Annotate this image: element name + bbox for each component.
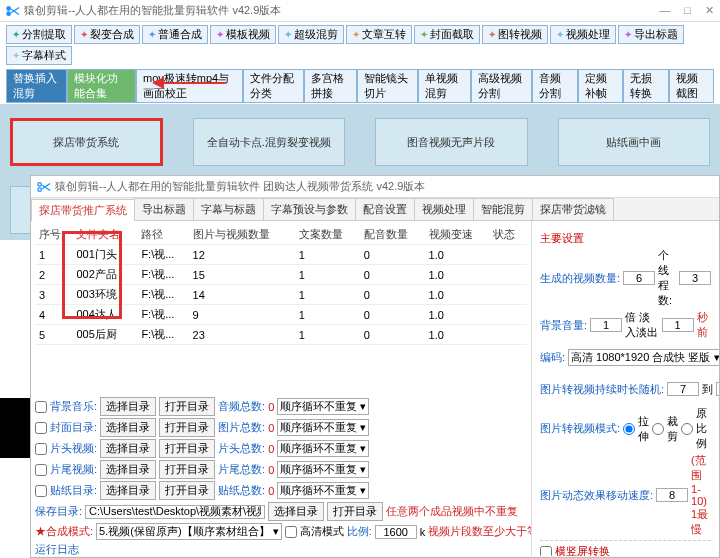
tool-icon: ✦ [80,29,88,40]
folder-table: 序号文件夹名路径图片与视频数量文案数量配音数量视频变速状态 1001门头F:\视… [35,225,527,345]
anim-speed[interactable] [656,488,688,502]
toolbar-字幕样式[interactable]: ✦字幕样式 [6,46,72,65]
tool-icon: ✦ [420,29,428,40]
subtab-探店带货推广系统[interactable]: 探店带货推广系统 [31,199,135,221]
subtab-智能混剪[interactable]: 智能混剪 [473,198,533,220]
maximize-button[interactable]: □ [684,4,691,17]
tab-无损转换[interactable]: 无损转换 [623,69,668,103]
chk-sticker[interactable] [35,485,47,497]
module-贴纸画中画[interactable]: 贴纸画中画 [558,118,711,166]
order-select[interactable]: 顺序循环不重复 ▾ [277,440,369,457]
dur1[interactable] [667,382,699,396]
tab-多宫格拼接[interactable]: 多宫格拼接 [304,69,357,103]
tab-替换插入混剪[interactable]: 替换插入混剪 [6,69,67,103]
col-状态: 状态 [489,225,527,245]
toolbar-分割提取[interactable]: ✦分割提取 [6,25,72,44]
module-图音视频无声片段[interactable]: 图音视频无声片段 [375,118,528,166]
select-dir-button[interactable]: 选择目录 [100,460,156,479]
order-select[interactable]: 顺序循环不重复 ▾ [277,419,369,436]
table-row[interactable]: 4004达人F:\视...9101.0 [35,305,527,325]
tool-icon: ✦ [216,29,224,40]
preview-pane [0,398,30,458]
hd-check[interactable] [285,526,297,538]
volume[interactable] [590,318,622,332]
toolbar-普通合成[interactable]: ✦普通合成 [142,25,208,44]
mode-orig[interactable] [681,423,693,435]
subtab-字幕预设与参数[interactable]: 字幕预设与参数 [263,198,356,220]
col-文案数量: 文案数量 [295,225,360,245]
open-dir-button[interactable]: 打开目录 [159,397,215,416]
subtab-字幕与标题[interactable]: 字幕与标题 [193,198,264,220]
table-row[interactable]: 3003环境F:\视...14101.0 [35,285,527,305]
select-dir-button[interactable]: 选择目录 [100,481,156,500]
toolbar-封面截取[interactable]: ✦封面截取 [414,25,480,44]
group-main: 主要设置 [540,231,711,246]
dur2[interactable] [716,382,719,396]
close-button[interactable]: ✕ [705,4,714,17]
order-select[interactable]: 顺序循环不重复 ▾ [277,398,369,415]
chk-head[interactable] [35,443,47,455]
tab-模块化功能合集[interactable]: 模块化功能合集 [67,69,136,103]
fade[interactable] [662,318,694,332]
chk-cover[interactable] [35,422,47,434]
select-dir-button[interactable]: 选择目录 [268,502,324,521]
thread-count[interactable] [679,271,711,285]
toolbar-视频处理[interactable]: ✦视频处理 [550,25,616,44]
ratio-input[interactable] [375,525,417,539]
syn-mode-select[interactable]: 5.视频(保留原声)【顺序素材组合】 ▾ [96,523,282,540]
toolbar-导出标题[interactable]: ✦导出标题 [618,25,684,44]
subtab-探店带货滤镜[interactable]: 探店带货滤镜 [532,198,614,220]
open-dir-button[interactable]: 打开目录 [159,460,215,479]
order-select[interactable]: 顺序循环不重复 ▾ [277,482,369,499]
toolbar-图转视频[interactable]: ✦图转视频 [482,25,548,44]
subwindow-title: 猿创剪辑--人人都在用的智能批量剪辑软件 团购达人视频带货系统 v42.9版本 [55,179,425,194]
scissors-icon [37,180,51,194]
rotate-check[interactable] [540,546,552,557]
order-select[interactable]: 顺序循环不重复 ▾ [277,461,369,478]
lbl: 片尾视频: [50,462,97,477]
tab-高级视频分割[interactable]: 高级视频分割 [471,69,532,103]
table-row[interactable]: 1001门头F:\视...12101.0 [35,245,527,265]
minimize-button[interactable]: — [659,4,670,17]
subtab-导出标题[interactable]: 导出标题 [134,198,194,220]
tab-视频截图[interactable]: 视频截图 [669,69,714,103]
tab-音频分割[interactable]: 音频分割 [532,69,577,103]
chk-music[interactable] [35,401,47,413]
open-dir-button[interactable]: 打开目录 [159,439,215,458]
open-dir-button[interactable]: 打开目录 [159,481,215,500]
subtab-视频处理[interactable]: 视频处理 [414,198,474,220]
select-dir-button[interactable]: 选择目录 [100,397,156,416]
tool-icon: ✦ [12,29,20,40]
tab-文件分配分类[interactable]: 文件分配分类 [243,69,304,103]
tab-智能镜头切片[interactable]: 智能镜头切片 [357,69,418,103]
toolbar-超级混剪[interactable]: ✦超级混剪 [278,25,344,44]
subtab-配音设置[interactable]: 配音设置 [355,198,415,220]
col-路径: 路径 [137,225,188,245]
mode-crop[interactable] [652,423,664,435]
mode-stretch[interactable] [623,423,635,435]
gen-count[interactable] [623,271,655,285]
chk-tail[interactable] [35,464,47,476]
module-探店带货系统[interactable]: 探店带货系统 [10,118,163,166]
lbl: 封面目录: [50,420,97,435]
open-dir-button[interactable]: 打开目录 [327,502,383,521]
module-全自动卡点.混剪裂变视频[interactable]: 全自动卡点.混剪裂变视频 [193,118,346,166]
toolbar-文章互转[interactable]: ✦文章互转 [346,25,412,44]
save-path-input[interactable] [85,505,265,519]
toolbar-裂变合成[interactable]: ✦裂变合成 [74,25,140,44]
toolbar-模板视频[interactable]: ✦模板视频 [210,25,276,44]
encode-select[interactable]: 高清 1080*1920 合成快 竖版 ▾ [568,349,719,366]
tab-定频补帧[interactable]: 定频补帧 [578,69,623,103]
table-row[interactable]: 5005后厨F:\视...23101.0 [35,325,527,345]
tool-icon: ✦ [556,29,564,40]
lbl: 贴纸目录: [50,483,97,498]
select-dir-button[interactable]: 选择目录 [100,418,156,437]
tab-单视频混剪[interactable]: 单视频混剪 [418,69,471,103]
open-dir-button[interactable]: 打开目录 [159,418,215,437]
col-序号: 序号 [35,225,72,245]
tool-icon: ✦ [624,29,632,40]
table-row[interactable]: 2002产品F:\视...15101.0 [35,265,527,285]
col-文件夹名: 文件夹名 [72,225,137,245]
tab-mov极速转mp4与画面校正[interactable]: mov极速转mp4与画面校正 [136,69,243,103]
select-dir-button[interactable]: 选择目录 [100,439,156,458]
